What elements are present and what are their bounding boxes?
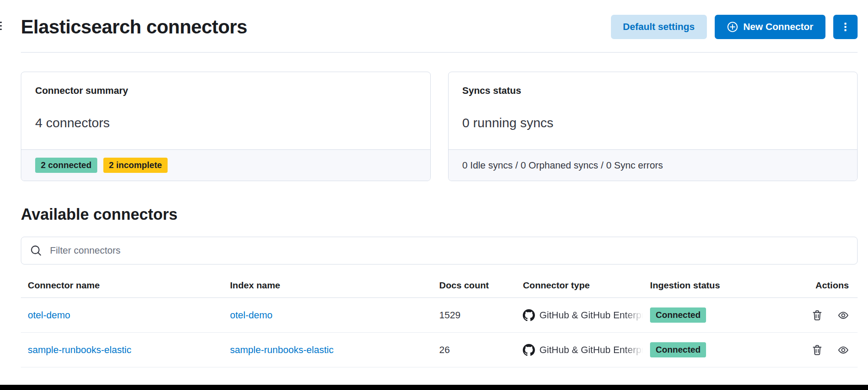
connector-type-cell: GitHub & GitHub Enterprise Server (523, 309, 643, 321)
ingestion-status-badge: Connected (650, 342, 706, 357)
ingestion-status-badge: Connected (650, 307, 706, 323)
delete-connector-button[interactable] (812, 344, 823, 356)
summary-cards: Connector summary 4 connectors 2 connect… (21, 72, 858, 181)
new-connector-button[interactable]: New Connector (715, 15, 825, 39)
search-icon (30, 245, 42, 257)
collapsed-nav-fragment (0, 21, 3, 32)
connector-summary-title: Connector summary (35, 85, 416, 96)
plus-in-circle-icon (727, 21, 738, 33)
index-name-link[interactable]: otel-demo (230, 310, 273, 321)
syncs-status-breakdown: 0 Idle syncs / 0 Orphaned syncs / 0 Sync… (462, 160, 663, 171)
available-connectors-heading: Available connectors (21, 205, 858, 224)
default-settings-button[interactable]: Default settings (611, 15, 707, 39)
new-connector-label: New Connector (743, 21, 813, 33)
delete-connector-button[interactable] (812, 310, 823, 321)
trash-icon (812, 344, 823, 356)
github-icon (523, 309, 535, 321)
connector-summary-footer: 2 connected 2 incomplete (21, 149, 430, 181)
docs-count-value: 26 (439, 333, 523, 367)
table-header-row: Connector name Index name Docs count Con… (21, 280, 858, 298)
table-row: otel-demo otel-demo 1529 GitHub & GitHub… (21, 298, 858, 333)
header-actions: Default settings New Connector (611, 15, 858, 39)
table-row: sample-runbooks-elastic sample-runbooks-… (21, 333, 858, 367)
page-title: Elasticsearch connectors (21, 16, 247, 38)
col-docs-count: Docs count (439, 280, 523, 298)
eye-icon (838, 344, 849, 356)
boxes-vertical-icon (840, 22, 851, 32)
more-actions-button[interactable] (833, 15, 858, 39)
connector-type-label: GitHub & GitHub Enterprise Server (539, 310, 643, 321)
eye-icon (838, 310, 849, 321)
view-connector-button[interactable] (838, 310, 849, 321)
col-actions: Actions (778, 280, 858, 298)
filter-connectors-searchbar[interactable] (21, 237, 858, 264)
page-header: Elasticsearch connectors Default setting… (21, 15, 858, 39)
syncs-status-footer: 0 Idle syncs / 0 Orphaned syncs / 0 Sync… (449, 149, 858, 181)
index-name-link[interactable]: sample-runbooks-elastic (230, 344, 333, 355)
col-ingestion-status: Ingestion status (650, 280, 778, 298)
docs-count-value: 1529 (439, 298, 523, 333)
connectors-table: Connector name Index name Docs count Con… (21, 280, 858, 367)
connector-summary-card: Connector summary 4 connectors 2 connect… (21, 72, 431, 181)
view-connector-button[interactable] (838, 344, 849, 356)
connector-type-label: GitHub & GitHub Enterprise Server (539, 344, 643, 356)
filter-connectors-input[interactable] (49, 245, 848, 257)
connector-name-link[interactable]: otel-demo (28, 310, 70, 321)
syncs-status-card: Syncs status 0 running syncs 0 Idle sync… (448, 72, 858, 181)
running-syncs-count: 0 running syncs (462, 116, 844, 130)
incomplete-count-badge: 2 incomplete (103, 158, 168, 173)
connector-name-link[interactable]: sample-runbooks-elastic (28, 344, 131, 355)
col-connector-type: Connector type (523, 280, 650, 298)
connector-type-cell: GitHub & GitHub Enterprise Server (523, 344, 643, 356)
header-divider (21, 52, 858, 53)
github-icon (523, 344, 535, 356)
connectors-page: Elasticsearch connectors Default setting… (0, 0, 868, 367)
syncs-status-title: Syncs status (462, 85, 844, 96)
connector-count: 4 connectors (35, 116, 416, 130)
screenshot-bottom-edge (0, 385, 868, 390)
col-index-name: Index name (230, 280, 439, 298)
connected-count-badge: 2 connected (35, 158, 97, 173)
trash-icon (812, 310, 823, 321)
col-connector-name: Connector name (21, 280, 230, 298)
